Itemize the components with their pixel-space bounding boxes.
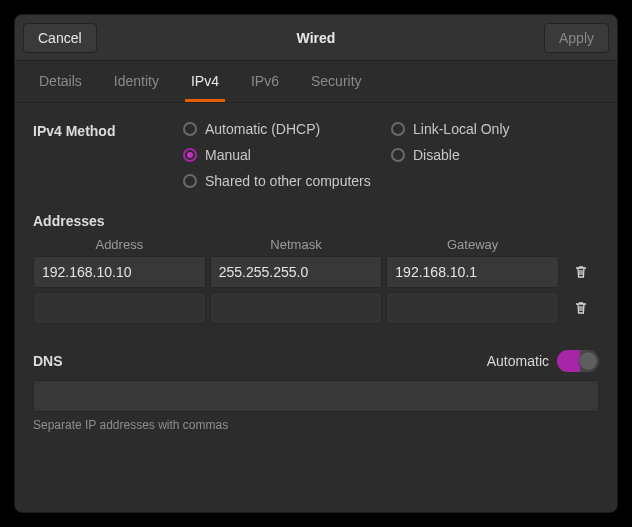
settings-dialog: Cancel Wired Apply Details Identity IPv4… — [14, 14, 618, 513]
col-gateway: Gateway — [386, 237, 559, 252]
dns-automatic-toggle[interactable] — [557, 350, 599, 372]
radio-icon — [183, 148, 197, 162]
tab-identity[interactable]: Identity — [108, 61, 165, 102]
apply-button[interactable]: Apply — [544, 23, 609, 53]
trash-icon — [573, 264, 589, 280]
tab-ipv4[interactable]: IPv4 — [185, 61, 225, 102]
ipv4-method-section: IPv4 Method Automatic (DHCP) Manual Shar… — [33, 121, 599, 189]
netmask-input[interactable] — [210, 292, 383, 324]
addresses-heading: Addresses — [33, 213, 599, 229]
ipv4-method-options: Automatic (DHCP) Manual Shared to other … — [183, 121, 599, 189]
delete-row-button[interactable] — [563, 292, 599, 324]
col-address: Address — [33, 237, 206, 252]
radio-icon — [391, 122, 405, 136]
ipv4-method-label: IPv4 Method — [33, 121, 183, 139]
radio-label: Link-Local Only — [413, 121, 510, 137]
radio-automatic-dhcp[interactable]: Automatic (DHCP) — [183, 121, 391, 137]
tab-ipv6[interactable]: IPv6 — [245, 61, 285, 102]
addresses-columns: Address Netmask Gateway — [33, 235, 599, 256]
dns-heading: DNS — [33, 353, 63, 369]
address-input[interactable] — [33, 256, 206, 288]
trash-icon — [573, 300, 589, 316]
radio-icon — [183, 122, 197, 136]
address-row — [33, 256, 599, 288]
dns-section: DNS Automatic — [33, 350, 599, 372]
delete-row-button[interactable] — [563, 256, 599, 288]
radio-link-local[interactable]: Link-Local Only — [391, 121, 599, 137]
cancel-button[interactable]: Cancel — [23, 23, 97, 53]
radio-icon — [183, 174, 197, 188]
gateway-input[interactable] — [386, 256, 559, 288]
netmask-input[interactable] — [210, 256, 383, 288]
window-title: Wired — [297, 30, 336, 46]
radio-manual[interactable]: Manual — [183, 147, 391, 163]
tab-content: IPv4 Method Automatic (DHCP) Manual Shar… — [15, 103, 617, 512]
gateway-input[interactable] — [386, 292, 559, 324]
radio-label: Manual — [205, 147, 251, 163]
dns-automatic-label: Automatic — [487, 353, 549, 369]
tab-details[interactable]: Details — [33, 61, 88, 102]
radio-label: Automatic (DHCP) — [205, 121, 320, 137]
dns-hint: Separate IP addresses with commas — [33, 418, 599, 432]
radio-shared[interactable]: Shared to other computers — [183, 173, 391, 189]
radio-label: Shared to other computers — [205, 173, 371, 189]
radio-icon — [391, 148, 405, 162]
dns-input[interactable] — [33, 380, 599, 412]
tab-security[interactable]: Security — [305, 61, 368, 102]
tab-bar: Details Identity IPv4 IPv6 Security — [15, 61, 617, 103]
col-netmask: Netmask — [210, 237, 383, 252]
address-row — [33, 292, 599, 324]
titlebar: Cancel Wired Apply — [15, 15, 617, 61]
radio-disable[interactable]: Disable — [391, 147, 599, 163]
address-input[interactable] — [33, 292, 206, 324]
radio-label: Disable — [413, 147, 460, 163]
